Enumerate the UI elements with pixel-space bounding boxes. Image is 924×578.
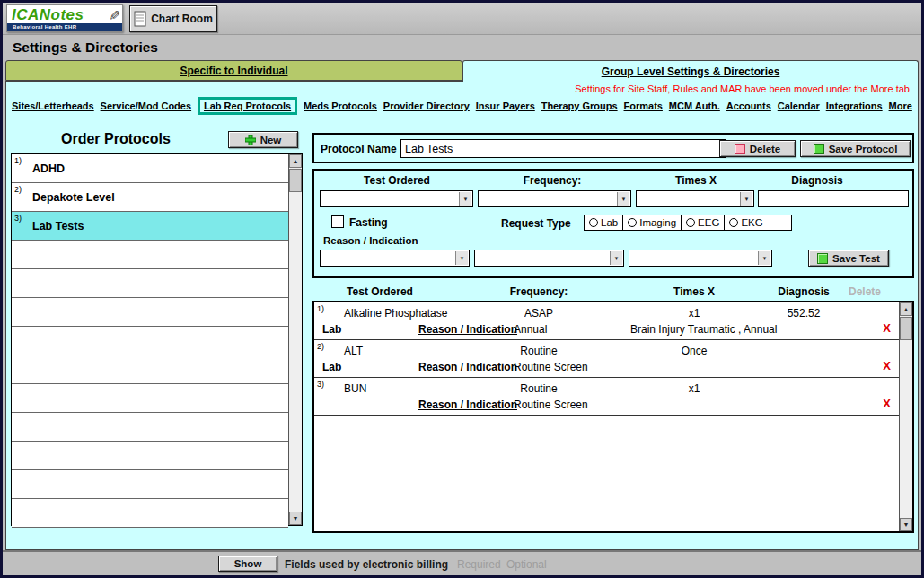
new-protocol-button[interactable]: New [228,131,298,148]
list-item-empty[interactable] [12,241,288,269]
radio-imaging[interactable]: Imaging [622,215,681,230]
list-item-selected[interactable]: 3) Lab Tests [12,212,288,241]
list-item-empty[interactable] [12,269,288,298]
item-name: Lab Tests [32,220,84,232]
nav-mcm-auth[interactable]: MCM Auth. [669,101,720,111]
row-number: 2) [317,342,324,351]
request-type-group: Lab Imaging EEG EKG [584,215,792,231]
nav-accounts[interactable]: Accounts [726,101,771,111]
test-frequency: Routine [476,345,602,357]
radio-imaging-label: Imaging [639,217,676,228]
show-button[interactable]: Show [218,556,277,572]
reason-select-1[interactable]: ▼ [320,250,470,267]
reason-indication-link[interactable]: Reason / Indication [418,361,517,373]
list-item-empty[interactable] [12,413,288,442]
delete-protocol-button[interactable]: Delete [719,140,796,157]
chevron-down-icon[interactable]: ▼ [617,192,629,206]
chevron-down-icon[interactable]: ▼ [610,251,622,265]
footer-bar: Show Fields used by electronic billing R… [3,550,921,575]
chevron-down-icon[interactable]: ▼ [758,251,770,265]
nav-therapy-groups[interactable]: Therapy Groups [541,101,618,111]
save-test-label: Save Test [832,253,880,264]
table-row[interactable]: 1) Alkaline Phosphatase ASAP x1 552.52 L… [314,302,899,340]
radio-icon [729,218,738,227]
col-diagnosis: Diagnosis [754,174,880,187]
list-item-empty[interactable] [12,327,288,355]
save-test-button[interactable]: Save Test [808,250,889,267]
list-item[interactable]: 1) ADHD [12,154,288,183]
test-type: Lab [322,361,341,373]
reason-detail: Brain Injury Traumatic , Annual [630,323,777,336]
radio-eeg-label: EEG [698,217,719,228]
table-row[interactable]: 2) ALT Routine Once Lab Reason / Indicat… [314,340,899,378]
table-row[interactable]: 3) BUN Routine x1 Reason / Indication Ro… [314,378,899,416]
nav-lab-req-protocols[interactable]: Lab Req Protocols [204,101,291,111]
chevron-down-icon[interactable]: ▼ [459,192,471,206]
list-item-empty[interactable] [12,442,288,470]
reason-indication-link[interactable]: Reason / Indication [418,398,517,411]
save-protocol-label: Save Protocol [829,144,898,154]
times-x-select[interactable]: ▼ [636,190,754,207]
chart-room-button[interactable]: Chart Room [129,5,217,32]
fasting-checkbox[interactable] [331,215,344,228]
protocol-name-input[interactable] [400,139,726,158]
scroll-up-icon[interactable]: ▲ [900,302,912,316]
top-bar: ICANotes Behavioral Health EHR ✎ Chart R… [3,3,921,35]
save-protocol-button[interactable]: Save Protocol [800,140,911,157]
scrollbar-thumb[interactable] [289,169,302,192]
radio-icon [589,218,598,227]
nav-insur-payers[interactable]: Insur Payers [476,101,535,111]
frequency-select[interactable]: ▼ [478,190,631,207]
nav-service-mod-codes[interactable]: Service/Mod Codes [101,101,191,111]
test-ordered-select[interactable]: ▼ [320,190,473,207]
brand-tagline: Behavioral Health EHR [7,23,122,31]
reason-indication-link[interactable]: Reason / Indication [418,323,517,336]
scroll-up-icon[interactable]: ▲ [289,154,302,168]
tab-individual-label: Specific to Individual [180,65,287,77]
test-name: ALT [344,345,363,357]
nav-more[interactable]: More [889,101,912,111]
scrollbar-thumb[interactable] [900,317,912,340]
chevron-down-icon[interactable]: ▼ [740,192,752,206]
nav-calendar[interactable]: Calendar [778,101,820,111]
radio-lab-label: Lab [601,217,618,228]
list-item-empty[interactable] [12,470,288,499]
scroll-down-icon[interactable]: ▼ [289,512,302,525]
diagnosis-input[interactable] [758,190,909,207]
nav-formats[interactable]: Formats [624,101,663,111]
tests-list-scrollbar[interactable]: ▲ ▼ [899,302,912,531]
nav-sites-letterheads[interactable]: Sites/Letterheads [12,101,94,111]
chevron-down-icon[interactable]: ▼ [455,251,468,265]
protocol-list-scrollbar[interactable]: ▲ ▼ [288,154,302,525]
radio-lab[interactable]: Lab [585,215,622,230]
reason-select-2[interactable]: ▼ [474,250,624,267]
nav-integrations[interactable]: Integrations [826,101,883,111]
plus-icon [245,135,256,145]
nav-meds-protocols[interactable]: Meds Protocols [304,101,377,111]
delete-button-label: Delete [750,144,781,154]
list-item-empty[interactable] [12,384,288,413]
item-name: Depakote Level [32,191,115,204]
list-item[interactable]: 2) Depakote Level [12,183,288,212]
delete-row-button[interactable]: X [883,397,891,410]
list-item-empty[interactable] [12,499,288,528]
tab-specific-to-individual[interactable]: Specific to Individual [5,60,462,81]
radio-eeg[interactable]: EEG [681,215,724,230]
reason-value: Annual [514,323,547,336]
nav-provider-directory[interactable]: Provider Directory [383,101,470,111]
scroll-down-icon[interactable]: ▼ [900,518,912,531]
delete-row-button[interactable]: X [883,321,891,335]
delete-icon [735,144,745,154]
icanotes-logo: ICANotes Behavioral Health EHR ✎ [6,4,123,32]
radio-ekg[interactable]: EKG [724,215,767,230]
page-title: Settings & Directories [13,39,158,56]
list-item-empty[interactable] [12,355,288,384]
delete-row-button[interactable]: X [883,359,891,372]
reason-select-3[interactable]: ▼ [629,250,772,267]
tab-group-level-settings[interactable]: Group Level Settings & Directories [462,60,919,82]
radio-icon [686,218,695,227]
list-item-empty[interactable] [12,298,288,327]
reason-value: Routine Screen [514,398,588,411]
pencil-icon: ✎ [107,10,123,22]
protocol-name-label: Protocol Name [321,143,397,155]
